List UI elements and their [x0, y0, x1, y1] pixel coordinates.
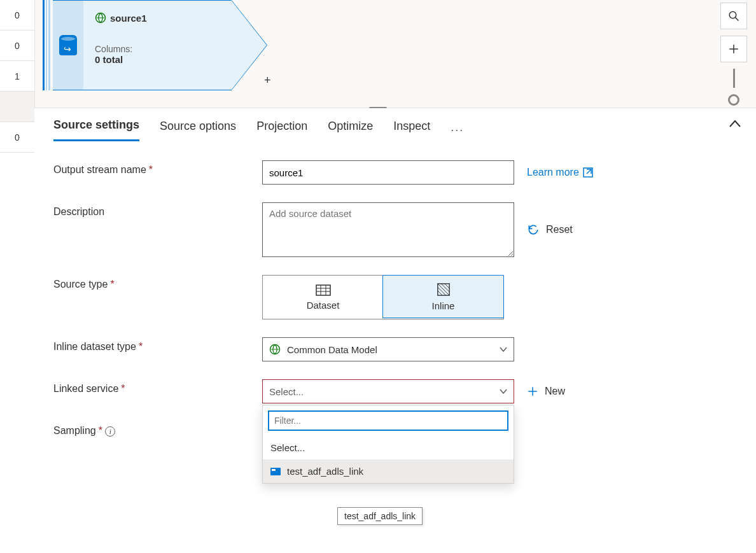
dropdown-filter-input[interactable]: [268, 410, 508, 431]
chevron-down-icon: [500, 347, 507, 352]
node-columns-total: 0 total: [95, 54, 220, 65]
output-stream-label: Output stream name*: [53, 160, 262, 176]
linked-service-dropdown: Select... test_adf_adls_link: [262, 405, 514, 484]
counter-cell[interactable]: 0: [0, 0, 34, 31]
source-type-inline[interactable]: Inline: [382, 275, 504, 318]
tab-source-options[interactable]: Source options: [160, 120, 236, 141]
dataset-icon: [316, 284, 331, 296]
learn-more-link[interactable]: Learn more: [527, 167, 593, 178]
inline-dataset-type-select[interactable]: Common Data Model: [262, 337, 514, 361]
left-counter-rail: 0 0 1 0: [0, 0, 34, 159]
output-stream-input[interactable]: [262, 160, 514, 185]
node-icon-column: [53, 0, 83, 90]
plus-icon: [728, 43, 739, 55]
chevron-down-icon: [500, 389, 507, 394]
tab-overflow[interactable]: ···: [451, 123, 464, 137]
reset-icon: [527, 223, 540, 236]
source-settings-form: Output stream name* Learn more Descripti…: [34, 141, 756, 437]
node-title: source1: [110, 13, 147, 24]
add-transformation-button[interactable]: +: [264, 74, 271, 87]
source-node[interactable]: source1 Columns: 0 total: [43, 0, 237, 90]
svg-rect-7: [316, 285, 330, 295]
search-button[interactable]: [720, 3, 747, 29]
svg-line-2: [735, 17, 738, 20]
settings-tabs: Source settings Source options Projectio…: [34, 108, 756, 141]
collapse-panel-button[interactable]: [729, 120, 741, 127]
sampling-label: Sampling* i: [53, 421, 262, 437]
settings-panel: Source settings Source options Projectio…: [34, 108, 756, 553]
database-source-icon: [59, 35, 77, 55]
adls-icon: [270, 468, 281, 475]
dataflow-canvas[interactable]: source1 Columns: 0 total +: [34, 0, 756, 108]
counter-cell[interactable]: 1: [0, 61, 34, 92]
source-type-toggle: Dataset Inline: [262, 275, 504, 319]
counter-cell[interactable]: 0: [0, 122, 34, 153]
description-label: Description: [53, 202, 262, 218]
description-input[interactable]: [262, 202, 514, 257]
tooltip: test_adf_adls_link: [337, 507, 423, 525]
info-icon[interactable]: i: [105, 426, 115, 437]
canvas-toolbar: [720, 3, 747, 106]
zoom-in-button[interactable]: [720, 36, 747, 62]
cdm-icon: [269, 344, 281, 355]
new-linked-service-button[interactable]: New: [527, 386, 565, 397]
inline-dataset-type-label: Inline dataset type*: [53, 337, 262, 353]
dropdown-option-select[interactable]: Select...: [263, 436, 514, 459]
tab-optimize[interactable]: Optimize: [328, 120, 373, 141]
node-grip: [43, 0, 52, 90]
zoom-slider-track[interactable]: [733, 69, 735, 88]
dropdown-option-adls[interactable]: test_adf_adls_link: [263, 459, 514, 483]
tab-projection[interactable]: Projection: [256, 120, 307, 141]
reset-button[interactable]: Reset: [527, 223, 573, 236]
inline-icon: [437, 283, 451, 297]
external-link-icon: [583, 167, 593, 178]
counter-cell[interactable]: [0, 92, 34, 122]
source-type-label: Source type*: [53, 275, 262, 290]
linked-service-label: Linked service*: [53, 379, 262, 395]
node-columns-label: Columns:: [95, 44, 220, 54]
svg-line-6: [587, 169, 591, 174]
plus-icon: [527, 386, 538, 397]
cdm-icon: [95, 12, 106, 24]
search-icon: [728, 10, 739, 22]
linked-service-select[interactable]: Select...: [262, 379, 514, 403]
zoom-slider-handle[interactable]: [728, 94, 739, 106]
counter-cell[interactable]: 0: [0, 31, 34, 61]
svg-point-1: [729, 11, 736, 18]
source-type-dataset[interactable]: Dataset: [263, 276, 383, 319]
tab-source-settings[interactable]: Source settings: [53, 118, 139, 141]
tab-inspect[interactable]: Inspect: [393, 120, 430, 141]
